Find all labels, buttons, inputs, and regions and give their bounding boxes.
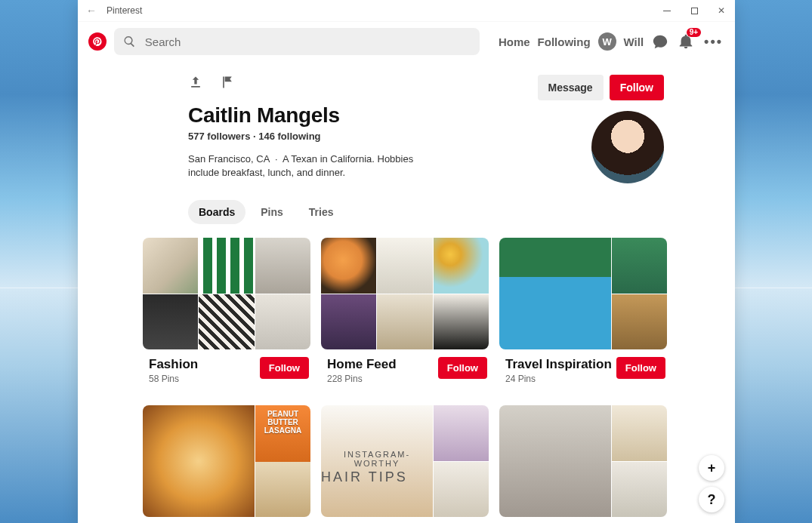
help-fab[interactable]: ? xyxy=(699,487,724,512)
app-window: ← Pinterest ✕ Home Following W Will 9+ •… xyxy=(78,0,735,523)
notifications-icon[interactable]: 9+ xyxy=(677,32,695,51)
tab-pins[interactable]: Pins xyxy=(250,200,294,224)
board-thumbnail xyxy=(377,238,432,294)
following-count[interactable]: 146 following xyxy=(258,131,320,142)
notification-badge: 9+ xyxy=(687,28,701,37)
board-thumbnail xyxy=(612,462,667,518)
board-thumbnail xyxy=(612,405,667,461)
profile-section: Caitlin Mangels 577 followers · 146 foll… xyxy=(78,61,735,192)
board-thumbnail xyxy=(255,294,310,350)
back-button[interactable]: ← xyxy=(78,5,105,17)
board-thumbnail xyxy=(321,238,376,294)
board-thumbnail xyxy=(143,238,198,294)
board-thumbnail xyxy=(499,405,611,517)
board-card[interactable]: Wedding ideas 32 Pins Follow xyxy=(499,405,667,523)
board-card[interactable]: INSTAGRAM-WORTHY HAIR TIPS Hair & Beauty… xyxy=(321,405,489,523)
board-thumbnail xyxy=(255,462,310,518)
profile-name: Caitlin Mangels xyxy=(188,103,430,128)
board-pin-count: 58 Pins xyxy=(149,374,198,384)
board-thumbnail xyxy=(321,294,376,350)
messages-icon[interactable] xyxy=(651,32,669,51)
profile-tabs: Boards Pins Tries xyxy=(78,192,735,238)
add-fab[interactable]: + xyxy=(699,455,724,481)
board-card[interactable]: Travel Inspiration 24 Pins Follow xyxy=(499,238,667,384)
board-thumbnail xyxy=(499,238,611,349)
board-card[interactable]: Fashion 58 Pins Follow xyxy=(143,238,310,384)
follow-board-button[interactable]: Follow xyxy=(616,357,665,379)
message-button[interactable]: Message xyxy=(538,75,604,100)
minimize-button[interactable] xyxy=(653,0,681,21)
board-thumbnail xyxy=(143,405,255,517)
boards-grid: Fashion 58 Pins Follow xyxy=(78,238,735,523)
board-thumbnail: INSTAGRAM-WORTHY HAIR TIPS xyxy=(321,405,433,517)
board-title: Travel Inspiration xyxy=(505,357,612,372)
board-thumbnail xyxy=(612,238,667,294)
tab-tries[interactable]: Tries xyxy=(298,200,344,224)
app-header: Home Following W Will 9+ ••• xyxy=(78,22,735,61)
user-name-label[interactable]: Will xyxy=(624,35,644,48)
board-thumbnail xyxy=(255,238,310,294)
pinterest-logo-icon[interactable] xyxy=(88,32,107,51)
board-thumbnail xyxy=(199,294,254,350)
board-card[interactable]: Home Feed 228 Pins Follow xyxy=(321,238,489,384)
board-pin-count: 228 Pins xyxy=(327,374,397,384)
user-avatar-small[interactable]: W xyxy=(598,32,616,51)
board-thumbnail xyxy=(377,294,432,350)
follow-board-button[interactable]: Follow xyxy=(260,357,309,379)
follow-board-button[interactable]: Follow xyxy=(438,357,487,379)
board-title: Fashion xyxy=(149,357,198,372)
flag-icon[interactable] xyxy=(220,75,235,93)
nav-home[interactable]: Home xyxy=(499,35,530,48)
nav-following[interactable]: Following xyxy=(538,35,591,48)
followers-count[interactable]: 577 followers xyxy=(188,131,250,142)
profile-location: San Francisco, CA xyxy=(188,153,270,165)
share-icon[interactable] xyxy=(188,75,203,93)
board-thumbnail xyxy=(143,294,198,350)
main-content: Caitlin Mangels 577 followers · 146 foll… xyxy=(78,61,735,523)
board-thumbnail: PEANUT BUTTER LASAGNA xyxy=(255,405,310,466)
close-button[interactable]: ✕ xyxy=(708,0,735,21)
title-bar: ← Pinterest ✕ xyxy=(78,0,735,22)
board-card[interactable]: PEANUT BUTTER LASAGNA Food & Drink 74 Pi… xyxy=(143,405,310,523)
profile-stats: 577 followers · 146 following xyxy=(188,131,430,142)
board-thumbnail xyxy=(199,238,254,294)
tab-boards[interactable]: Boards xyxy=(188,200,245,224)
search-input[interactable] xyxy=(144,35,471,49)
more-menu-icon[interactable]: ••• xyxy=(702,34,724,50)
board-thumbnail xyxy=(434,294,489,350)
board-thumbnail xyxy=(612,294,667,350)
search-icon xyxy=(123,35,136,48)
board-pin-count: 24 Pins xyxy=(505,374,612,384)
board-thumbnail xyxy=(434,238,489,294)
follow-profile-button[interactable]: Follow xyxy=(610,75,664,100)
board-thumbnail xyxy=(434,462,489,518)
profile-bio: San Francisco, CA · A Texan in Californi… xyxy=(188,152,430,179)
board-title: Home Feed xyxy=(327,357,397,372)
search-box[interactable] xyxy=(114,28,480,55)
board-thumbnail xyxy=(434,405,489,461)
maximize-button[interactable] xyxy=(681,0,708,21)
profile-avatar[interactable] xyxy=(591,111,664,183)
window-title: Pinterest xyxy=(105,5,142,16)
window-controls: ✕ xyxy=(653,0,735,21)
